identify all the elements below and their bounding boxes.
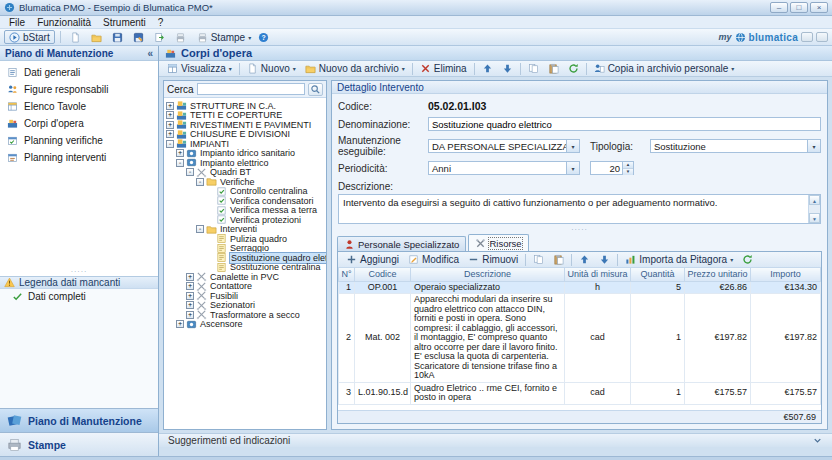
sidebar-item-planning-interventi[interactable]: Planning interventi <box>0 149 158 166</box>
tree-item-impianto-elettrico[interactable]: -Impianto elettrico <box>166 158 326 168</box>
tree-item-ascensore[interactable]: +Ascensore <box>166 320 326 330</box>
help-icon[interactable]: ? <box>258 32 269 43</box>
chevron-down-icon[interactable]: ▾ <box>566 140 579 152</box>
user-mini-icon[interactable] <box>801 32 813 42</box>
periodicita-stepper[interactable]: 20 ▲ ▼ <box>590 161 634 175</box>
tree-item-verifica-protezioni[interactable]: -Verifica protezioni <box>166 215 326 225</box>
paste-button[interactable] <box>544 62 563 76</box>
collapse-icon[interactable]: - <box>186 168 194 176</box>
expand-icon[interactable]: + <box>186 282 194 290</box>
stepper-down-button[interactable]: ▼ <box>623 169 633 175</box>
search-button[interactable] <box>308 83 323 96</box>
tipologia-select[interactable]: Sostituzione ▾ <box>650 139 821 153</box>
sidebar-section-piano-di-manutenzione[interactable]: Piano di Manutenzione <box>0 408 158 432</box>
sidebar-item-figure-responsabili[interactable]: Figure responsabili <box>0 81 158 98</box>
tree-item-verifiche[interactable]: -Verifiche <box>166 177 326 187</box>
tree-item-sostituzione-centralina[interactable]: -Sostituzione centralina <box>166 263 326 273</box>
tree-item-quadri-bt[interactable]: -Quadri BT <box>166 168 326 178</box>
sidebar-section-stampe[interactable]: Stampe <box>0 432 158 456</box>
collapse-icon[interactable]: - <box>196 225 204 233</box>
chevron-down-icon[interactable]: ▾ <box>807 140 820 152</box>
window-mini-icon[interactable] <box>816 32 828 42</box>
column-header-quantit[interactable]: Quantità <box>631 268 685 281</box>
column-header-n[interactable]: N° <box>339 268 355 281</box>
collapse-icon[interactable]: - <box>196 178 204 186</box>
save-button[interactable] <box>108 30 127 44</box>
sidebar-item-dati-generali[interactable]: Dati generali <box>0 64 158 81</box>
visualizza-button[interactable]: Visualizza▾ <box>163 62 236 76</box>
nuovo-button[interactable]: Nuovo▾ <box>243 62 300 76</box>
expand-icon[interactable]: + <box>166 121 174 129</box>
modifica-button[interactable]: Modifica <box>404 253 463 267</box>
table-row[interactable]: 3L.01.90.15.dQuadro Eletrico .. rme CEI,… <box>339 382 821 404</box>
elimina-button[interactable]: Elimina <box>416 62 471 76</box>
descrizione-scrollbar[interactable]: ▲ ▼ <box>808 195 820 223</box>
expand-icon[interactable]: + <box>176 320 184 328</box>
descrizione-textarea[interactable]: Intervento da eseguirsi a seguito di cat… <box>338 194 821 224</box>
stampe-button[interactable]: Stampe ▾ <box>193 30 255 44</box>
tab-risorse[interactable]: Risorse <box>468 234 528 251</box>
tree-item-canalette-in-pvc[interactable]: +Canalette in PVC <box>166 272 326 282</box>
importa-da-pitagora-button[interactable]: Importa da Pitagora▾ <box>621 253 737 267</box>
copia-in-archivio-personale-button[interactable]: Copia in archivio personale▾ <box>590 62 739 76</box>
tree-item-fusibili[interactable]: +Fusibili <box>166 291 326 301</box>
sidebar-item-corpi-d-opera[interactable]: Corpi d'opera <box>0 115 158 132</box>
tree-item-pulizia-quadro[interactable]: -Pulizia quadro <box>166 234 326 244</box>
expand-icon[interactable]: + <box>186 311 194 319</box>
paste-button[interactable] <box>549 253 568 267</box>
chevron-down-icon[interactable] <box>812 435 823 446</box>
tree-item-rivestimenti-e-pavimenti[interactable]: +RIVESTIMENTI E PAVIMENTI <box>166 120 326 130</box>
sidebar-item-elenco-tavole[interactable]: Elenco Tavole <box>0 98 158 115</box>
tree-item-tetti-e-coperture[interactable]: +TETTI E COPERTURE <box>166 111 326 121</box>
arrow-up-button[interactable] <box>575 253 594 267</box>
scroll-down-button[interactable]: ▼ <box>809 213 820 223</box>
tree-item-sezionatori[interactable]: +Sezionatori <box>166 301 326 311</box>
arrow-up-button[interactable] <box>478 62 497 76</box>
denominazione-input[interactable] <box>428 117 821 131</box>
arrow-down-button[interactable] <box>498 62 517 76</box>
menu-item-strumenti[interactable]: Strumenti <box>97 17 152 28</box>
collapse-icon[interactable]: - <box>166 140 174 148</box>
expand-icon[interactable]: + <box>186 301 194 309</box>
tree-item-sostituzione-quadro-elettrico[interactable]: -Sostituzione quadro elettrico <box>166 253 326 263</box>
tree-item-contattore[interactable]: +Contattore <box>166 282 326 292</box>
scroll-up-button[interactable]: ▲ <box>809 195 820 205</box>
rimuovi-button[interactable]: Rimuovi <box>464 253 522 267</box>
refresh-button[interactable] <box>564 62 583 76</box>
table-row[interactable]: 2Mat. 002Apparecchi modulari da inserire… <box>339 294 821 383</box>
tree-item-chiusure-e-divisioni[interactable]: +CHIUSURE E DIVISIONI <box>166 130 326 140</box>
column-header-unit-di-misura[interactable]: Unità di misura <box>565 268 631 281</box>
print-preview-button[interactable] <box>171 30 190 44</box>
copy-button[interactable] <box>529 253 548 267</box>
bstart-button[interactable]: bStart <box>4 30 55 44</box>
save-as-button[interactable] <box>129 30 148 44</box>
collapse-icon[interactable]: - <box>176 159 184 167</box>
expand-icon[interactable]: + <box>166 102 174 110</box>
menu-item-help[interactable]: ? <box>152 17 170 28</box>
expand-icon[interactable]: + <box>186 273 194 281</box>
refresh-button[interactable] <box>738 253 757 267</box>
sidebar-item-planning-verifiche[interactable]: Planning verifiche <box>0 132 158 149</box>
minimize-button[interactable]: – <box>770 2 788 13</box>
menu-item-funzionalit[interactable]: Funzionalità <box>31 17 97 28</box>
tree-item-verifica-messa-a-terra[interactable]: -Verifica messa a terra <box>166 206 326 216</box>
arrow-down-button[interactable] <box>595 253 614 267</box>
expand-icon[interactable]: + <box>166 130 174 138</box>
tree-item-interventi[interactable]: -Interventi <box>166 225 326 235</box>
column-header-codice[interactable]: Codice <box>355 268 411 281</box>
tree-item-controllo-centralina[interactable]: -Controllo centralina <box>166 187 326 197</box>
copy-button[interactable] <box>524 62 543 76</box>
search-input[interactable] <box>197 83 305 95</box>
periodicita-select[interactable]: Anni ▾ <box>428 161 580 175</box>
column-header-importo[interactable]: Importo <box>751 268 821 281</box>
tree-item-strutture-in-c-a[interactable]: +STRUTTURE IN C.A. <box>166 101 326 111</box>
column-header-prezzo-unitario[interactable]: Prezzo unitario <box>685 268 751 281</box>
export-button[interactable] <box>150 30 169 44</box>
manutenzione-select[interactable]: DA PERSONALE SPECIALIZZATO ▾ <box>428 139 580 153</box>
tab-personale-specializzato[interactable]: Personale Specializzato <box>337 236 466 251</box>
expand-icon[interactable]: + <box>166 111 174 119</box>
stepper-up-button[interactable]: ▲ <box>623 162 633 169</box>
collapse-sidebar-button[interactable]: « <box>147 48 153 59</box>
maximize-button[interactable]: □ <box>790 2 808 13</box>
close-button[interactable]: × <box>810 2 828 13</box>
